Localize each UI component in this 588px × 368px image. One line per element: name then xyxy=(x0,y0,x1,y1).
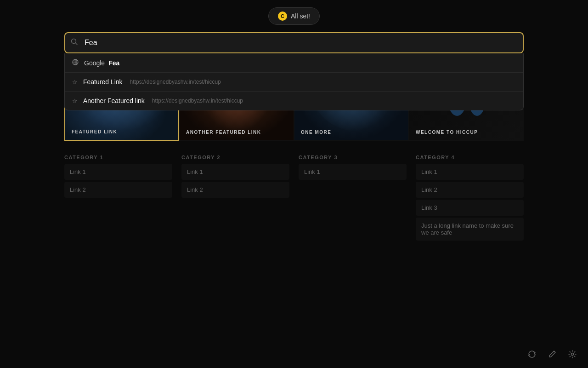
search-dropdown: Google Fea ☆ Featured Link https://desig… xyxy=(64,53,524,110)
card-2-label: ANOTHER FEATURED LINK xyxy=(186,130,261,135)
search-result-another-featured[interactable]: ☆ Another Featured link https://designed… xyxy=(65,92,523,110)
google-icon xyxy=(72,59,79,67)
bookmark-icon-1: ☆ xyxy=(72,79,78,86)
search-result-featured-link[interactable]: ☆ Featured Link https://designedbyashw.i… xyxy=(65,73,523,92)
another-featured-url: https://designedbyashw.in/test/hiccup xyxy=(152,98,243,104)
featured-link-text: Featured Link https://designedbyashw.in/… xyxy=(83,78,516,86)
category-4-link-4[interactable]: Just a long link name to make sure we ar… xyxy=(416,218,524,241)
card-4-label: WELCOME TO HICCUP xyxy=(416,130,478,135)
category-4-link-3[interactable]: Link 3 xyxy=(416,200,524,216)
category-3-section: CATEGORY 3 Link 1 xyxy=(299,155,407,242)
category-2-link-2[interactable]: Link 2 xyxy=(181,182,289,198)
all-set-badge: C All set! xyxy=(268,7,320,25)
search-icon xyxy=(71,38,78,47)
categories-grid: CATEGORY 1 Link 1 Link 2 CATEGORY 2 Link… xyxy=(64,155,524,242)
edit-button[interactable] xyxy=(546,348,559,361)
top-bar: C All set! xyxy=(0,0,588,32)
category-1-title: CATEGORY 1 xyxy=(64,155,172,160)
refresh-button[interactable] xyxy=(526,348,538,361)
card-3-label: ONE MORE xyxy=(301,130,331,135)
badge-label: All set! xyxy=(291,12,310,20)
status-icon: C xyxy=(278,12,287,21)
bookmark-icon-2: ☆ xyxy=(72,98,78,104)
another-featured-text: Another Featured link https://designedby… xyxy=(83,97,516,104)
category-3-link-1[interactable]: Link 1 xyxy=(299,164,407,180)
category-1-section: CATEGORY 1 Link 1 Link 2 xyxy=(64,155,172,242)
card-1-label: FEATURED LINK xyxy=(72,129,117,134)
bottom-bar xyxy=(526,348,579,361)
google-result-text: Google Fea xyxy=(84,59,516,67)
featured-link-name: Featured Link xyxy=(83,78,123,86)
category-1-link-1[interactable]: Link 1 xyxy=(64,164,172,180)
category-4-section: CATEGORY 4 Link 1 Link 2 Link 3 Just a l… xyxy=(416,155,524,242)
category-2-title: CATEGORY 2 xyxy=(181,155,289,160)
category-4-link-2[interactable]: Link 2 xyxy=(416,182,524,198)
search-container: Google Fea ☆ Featured Link https://desig… xyxy=(64,32,524,53)
google-highlight: Fea xyxy=(108,59,119,67)
category-2-section: CATEGORY 2 Link 1 Link 2 xyxy=(181,155,289,242)
settings-button[interactable] xyxy=(566,348,579,361)
google-label: Google xyxy=(84,59,105,67)
featured-link-url: https://designedbyashw.in/test/hiccup xyxy=(130,79,221,85)
svg-line-1 xyxy=(76,43,78,45)
category-3-title: CATEGORY 3 xyxy=(299,155,407,160)
category-4-link-1[interactable]: Link 1 xyxy=(416,164,524,180)
category-4-title: CATEGORY 4 xyxy=(416,155,524,160)
category-2-link-1[interactable]: Link 1 xyxy=(181,164,289,180)
search-result-google[interactable]: Google Fea xyxy=(65,53,523,73)
category-1-link-2[interactable]: Link 2 xyxy=(64,182,172,198)
search-input[interactable] xyxy=(64,32,524,53)
svg-point-6 xyxy=(571,353,574,356)
another-featured-name: Another Featured link xyxy=(83,97,145,104)
